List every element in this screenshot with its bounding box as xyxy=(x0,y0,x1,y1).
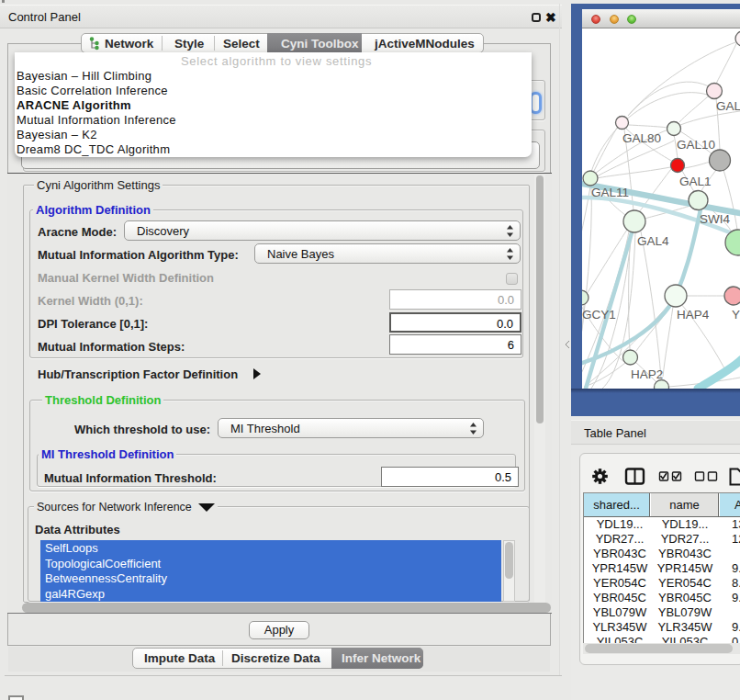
svg-text:GCY1: GCY1 xyxy=(582,308,616,322)
svg-text:GAL2: GAL2 xyxy=(716,99,740,113)
svg-text:HAP4: HAP4 xyxy=(677,308,710,322)
svg-text:GAL1: GAL1 xyxy=(679,175,712,188)
svg-text:Y: Y xyxy=(732,308,740,322)
svg-text:HAP2: HAP2 xyxy=(631,367,663,381)
svg-text:GAL11: GAL11 xyxy=(591,186,629,199)
svg-text:GAL4: GAL4 xyxy=(637,234,669,248)
svg-text:GAL10: GAL10 xyxy=(677,138,715,152)
svg-text:SWI4: SWI4 xyxy=(700,212,730,226)
svg-text:GAL80: GAL80 xyxy=(622,131,661,145)
